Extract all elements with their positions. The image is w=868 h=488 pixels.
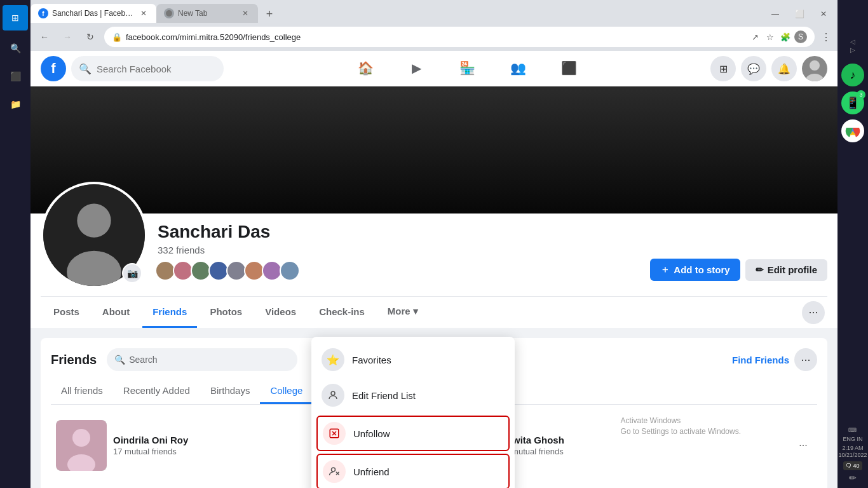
dropdown-favorites-label: Favorites: [352, 355, 391, 365]
video-icon: ▶: [412, 60, 421, 76]
unfollow-icon: [323, 422, 346, 445]
svg-point-0: [166, 10, 172, 17]
nav-pages[interactable]: ⬛: [543, 53, 594, 84]
tab-close-facebook[interactable]: ✕: [139, 8, 149, 18]
tab-add-button[interactable]: +: [261, 5, 278, 23]
tab-title-facebook: Sanchari Das | Facebook: [52, 9, 135, 18]
edit-pen-icon[interactable]: ✏: [849, 473, 857, 483]
close-button[interactable]: ✕: [812, 5, 835, 23]
friends-tab-birthdays[interactable]: Birthdays: [200, 379, 261, 404]
extensions-icon[interactable]: 🧩: [779, 30, 792, 43]
profile-nav: Posts About Friends Photos Videos Check-…: [41, 296, 827, 328]
search-input[interactable]: [97, 64, 216, 74]
refresh-button[interactable]: ↻: [81, 28, 99, 46]
activate-windows-watermark: Activate Windows Go to Settings to activ…: [621, 416, 741, 437]
minimize-button[interactable]: —: [764, 5, 787, 23]
profile-info-bar: 📷 Sanchari Das 332 friends: [31, 182, 837, 328]
notifications-button[interactable]: 🔔: [771, 56, 797, 81]
friend-mutual-2: 24 mutual friends: [500, 447, 788, 456]
address-bar: ← → ↻ 🔒 facebook.com/mimi.mitra.52090/fr…: [31, 23, 837, 51]
dropdown-edit-friend-list[interactable]: Edit Friend List: [311, 377, 515, 413]
back-button[interactable]: ←: [36, 28, 53, 46]
url-icons: ↗ ☆ 🧩 S: [749, 30, 807, 43]
friends-tab-college[interactable]: College: [260, 379, 313, 404]
taskbar-icon-1[interactable]: 🔍: [5, 38, 25, 58]
taskbar-icon-2[interactable]: ⬛: [5, 66, 25, 86]
favorites-icon: ⭐: [322, 348, 344, 371]
friends-options-button[interactable]: ···: [794, 348, 817, 371]
nav-home[interactable]: 🏠: [340, 53, 391, 84]
url-bar[interactable]: 🔒 facebook.com/mimi.mitra.52090/friends_…: [104, 27, 815, 47]
dropdown-unfriend-label: Unfriend: [353, 466, 390, 477]
find-friends-button[interactable]: Find Friends: [732, 355, 789, 365]
language-indicator: ENG IN: [843, 436, 862, 443]
nav-tab-photos[interactable]: Photos: [200, 297, 252, 328]
tab-facebook[interactable]: f Sanchari Das | Facebook ✕: [31, 4, 156, 23]
keyboard-icon[interactable]: ⌨: [848, 427, 857, 433]
user-avatar-header[interactable]: [802, 56, 827, 81]
fb-search-bar[interactable]: 🔍: [71, 56, 224, 81]
chrome-menu-icon[interactable]: ⋮: [820, 30, 832, 43]
bookmark-star-icon[interactable]: ☆: [764, 30, 776, 43]
nav-tab-posts[interactable]: Posts: [43, 297, 90, 328]
change-profile-pic-button[interactable]: 📷: [122, 263, 142, 283]
profile-nav-options-button[interactable]: ···: [802, 301, 825, 324]
taskbar-icon-3[interactable]: 📁: [5, 94, 25, 114]
share-icon[interactable]: ↗: [749, 30, 761, 43]
profile-name-section: Sanchari Das 332 friends: [158, 222, 640, 288]
apps-grid-button[interactable]: ⊞: [710, 56, 736, 81]
friend-avatar-8: [280, 261, 300, 281]
friends-search-icon: 🔍: [114, 355, 125, 365]
dropdown-edit-friend-list-label: Edit Friend List: [352, 390, 416, 401]
nav-tab-videos[interactable]: Videos: [255, 297, 306, 328]
nav-tab-checkins[interactable]: Check-ins: [309, 297, 375, 328]
nav-tab-about[interactable]: About: [92, 297, 140, 328]
edit-pencil-icon: ✏: [756, 264, 764, 276]
fb-logo[interactable]: f: [41, 56, 66, 81]
svg-point-6: [77, 203, 111, 237]
right-sidebar: ◁ ▷ ♪ 📱 3 ⌨ ENG IN 2:19 AM 10/21/2022 🗨 …: [837, 0, 868, 488]
friends-tab-all[interactable]: All friends: [51, 379, 113, 404]
messenger-button[interactable]: 💬: [741, 56, 766, 81]
browser-chrome: f Sanchari Das | Facebook ✕ New Tab ✕ + …: [31, 0, 837, 51]
dropdown-unfriend[interactable]: Unfriend: [316, 454, 510, 488]
add-to-story-button[interactable]: ＋ Add to story: [650, 259, 740, 281]
friend-options-dropdown: ⭐ Favorites Edit Friend List Unfollow: [311, 337, 515, 488]
friend-card-menu-2[interactable]: ···: [794, 437, 812, 454]
edit-friend-list-icon: [322, 384, 344, 407]
svg-point-9: [72, 429, 90, 447]
profile-actions: ＋ Add to story ✏ Edit profile: [650, 259, 827, 288]
dropdown-unfollow[interactable]: Unfollow: [316, 416, 510, 451]
maximize-button[interactable]: ⬜: [788, 5, 811, 23]
tab-close-newtab[interactable]: ✕: [240, 8, 250, 18]
profile-icon[interactable]: S: [794, 30, 807, 43]
nav-video[interactable]: ▶: [391, 53, 442, 84]
clock-display: 2:19 AM 10/21/2022: [838, 445, 867, 459]
nav-tab-friends[interactable]: Friends: [142, 297, 197, 328]
profile-name: Sanchari Das: [158, 222, 640, 242]
friends-search-bar[interactable]: 🔍 Search: [107, 348, 297, 371]
whatsapp-badge: 3: [857, 90, 865, 99]
edit-profile-button[interactable]: ✏ Edit profile: [745, 259, 827, 281]
notification-tray[interactable]: 🗨 40: [843, 461, 862, 470]
dropdown-unfollow-label: Unfollow: [353, 428, 390, 439]
add-story-plus-icon: ＋: [660, 264, 670, 276]
svg-point-1: [810, 60, 820, 71]
tab-newtab[interactable]: New Tab ✕: [156, 4, 258, 23]
tab-favicon-fb: f: [38, 8, 48, 18]
friend-avatar-oindrila: [56, 420, 107, 471]
chrome-icon[interactable]: [841, 119, 864, 142]
windows-taskbar: ⊞ 🔍 ⬛ 📁: [0, 0, 31, 488]
friends-tab-recently-added[interactable]: Recently Added: [113, 379, 200, 404]
dropdown-favorites[interactable]: ⭐ Favorites: [311, 342, 515, 377]
whatsapp-icon[interactable]: 📱 3: [841, 92, 864, 114]
forward-button[interactable]: →: [58, 28, 76, 46]
nav-groups[interactable]: 👥: [492, 53, 543, 84]
tab-title-newtab: New Tab: [178, 9, 207, 18]
friends-search-placeholder: Search: [129, 355, 157, 365]
spotify-icon[interactable]: ♪: [841, 64, 864, 86]
windows-start-button[interactable]: ⊞: [3, 5, 28, 30]
nav-marketplace[interactable]: 🏪: [442, 53, 492, 84]
nav-tab-more[interactable]: More ▾: [377, 297, 428, 328]
tab-favicon-new: [164, 8, 174, 18]
